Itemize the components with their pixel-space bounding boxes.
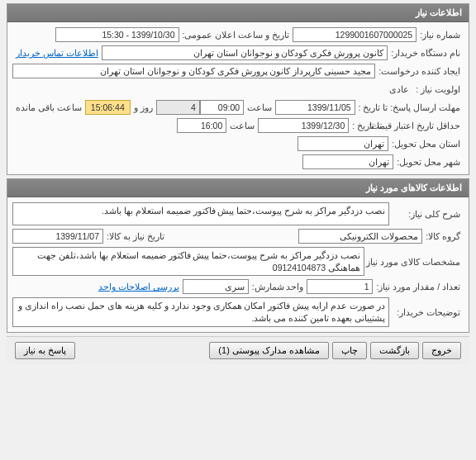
- row-buyer-name: نام دستگاه خریدار: کانون پرورش فکری کودک…: [12, 44, 464, 62]
- field-general-desc[interactable]: نصب دزدگیر مراکز به شرح پیوست،حتما پیش ف…: [12, 202, 389, 225]
- label-quantity: تعداد / مقدار مورد نیاز:: [373, 282, 464, 292]
- field-buyer-name[interactable]: کانون پرورش فکری کودکان و نوجوانان استان…: [102, 45, 388, 60]
- field-city[interactable]: تهران: [302, 154, 393, 169]
- goods-info-panel: اطلاعات کالاهای مورد نیاز شرح کلی نیاز: …: [7, 178, 469, 333]
- label-days-and: روز و: [131, 102, 156, 112]
- field-need-number[interactable]: 1299001607000025: [293, 27, 416, 42]
- label-specs: مشخصات کالای مورد نیاز :: [364, 257, 464, 267]
- label-buyer-name: نام دستگاه خریدار:: [388, 48, 464, 58]
- button-bar: خروج بازگشت چاپ مشاهده مدارک پیوستی (1) …: [7, 336, 469, 364]
- label-deadline: مهلت ارسال پاسخ: تا تاریخ :: [355, 102, 464, 112]
- field-need-date[interactable]: 1399/11/07: [12, 229, 103, 244]
- label-general-desc: شرح کلی نیاز:: [389, 209, 464, 219]
- field-validity-time[interactable]: 16:00: [177, 118, 226, 133]
- field-province[interactable]: تهران: [298, 136, 388, 151]
- field-quantity[interactable]: 1: [307, 279, 373, 294]
- spacer: [79, 342, 206, 359]
- panel1-body: شماره نیاز: 1299001607000025 تاریخ و ساع…: [7, 22, 469, 174]
- row-deadline: مهلت ارسال پاسخ: تا تاریخ : 1399/11/05 س…: [12, 98, 464, 116]
- reply-button[interactable]: پاسخ به نیاز: [15, 342, 75, 359]
- panel2-body: شرح کلی نیاز: نصب دزدگیر مراکز به شرح پی…: [7, 197, 469, 332]
- back-button[interactable]: بازگشت: [370, 342, 419, 359]
- field-buyer-notes[interactable]: در صورت عدم ارایه پیش فاکتور امکان همکار…: [12, 297, 389, 326]
- label-buyer-notes: توضیحات خریدار:: [389, 307, 464, 317]
- exit-button[interactable]: خروج: [422, 342, 461, 359]
- row-city: شهر محل تحویل: تهران: [12, 153, 464, 171]
- label-group: گروه کالا:: [422, 231, 464, 241]
- label-announce-date: تاریخ و ساعت اعلان عمومی:: [179, 30, 293, 40]
- row-specs: مشخصات کالای مورد نیاز : نصب دزدگیر مراک…: [12, 245, 464, 277]
- need-info-panel: اطلاعات نیاز شماره نیاز: 129900160700002…: [7, 3, 469, 175]
- row-priority: اولویت نیاز : عادی: [12, 80, 464, 98]
- panel2-header: اطلاعات کالاهای مورد نیاز: [7, 179, 469, 197]
- panel1-header: اطلاعات نیاز: [7, 4, 469, 22]
- row-quantity: تعداد / مقدار مورد نیاز: 1 واحد شمارش: س…: [12, 277, 464, 296]
- value-priority: عادی: [386, 84, 412, 94]
- label-city: شهر محل تحویل:: [393, 157, 464, 167]
- row-general-desc: شرح کلی نیاز: نصب دزدگیر مراکز به شرح پی…: [12, 201, 464, 227]
- label-need-date: تاریخ نیاز به کالا:: [103, 231, 168, 241]
- label-validity-time: ساعت: [226, 121, 258, 130]
- print-button[interactable]: چاپ: [332, 342, 367, 359]
- label-unit: واحد شمارش:: [249, 282, 307, 292]
- field-unit[interactable]: سری: [183, 279, 249, 294]
- link-unit-review[interactable]: بررسی اصلاحات واحد: [95, 282, 183, 292]
- row-need-number: شماره نیاز: 1299001607000025 تاریخ و ساع…: [12, 26, 464, 44]
- field-deadline-date[interactable]: 1399/11/05: [275, 100, 355, 115]
- attachments-button[interactable]: مشاهده مدارک پیوستی (1): [209, 342, 329, 359]
- field-deadline-time[interactable]: 09:00: [200, 100, 244, 115]
- label-until-date: تا تاریخ :: [349, 121, 385, 130]
- countdown-timer: 15:06:44: [85, 100, 131, 115]
- row-min-validity: حداقل تاریخ اعتبار قیمت: تا تاریخ : 1399…: [12, 116, 464, 135]
- row-province: استان محل تحویل: تهران: [12, 135, 464, 153]
- field-creator[interactable]: مجید حسینی کارپرداز کانون پرورش فکری کود…: [12, 64, 375, 78]
- label-deadline-time: ساعت: [244, 102, 275, 112]
- label-province: استان محل تحویل:: [388, 139, 464, 149]
- label-priority: اولویت نیاز :: [412, 84, 464, 94]
- field-group[interactable]: محصولات الکترونیکی: [298, 229, 422, 244]
- field-validity-date[interactable]: 1399/12/30: [258, 118, 349, 133]
- row-creator: ایجاد کننده درخواست: مجید حسینی کارپرداز…: [12, 62, 464, 80]
- field-announce-date[interactable]: 1399/10/30 - 15:30: [55, 27, 179, 42]
- link-buyer-contact[interactable]: اطلاعات تماس خریدار: [12, 48, 102, 58]
- label-creator: ایجاد کننده درخواست:: [375, 66, 464, 76]
- field-specs[interactable]: نصب دزدگیر مراکز به شرح پیوست،حتما پیش ف…: [12, 247, 364, 276]
- field-days-left: 4: [156, 100, 200, 115]
- label-need-number: شماره نیاز:: [416, 30, 464, 40]
- row-group: گروه کالا: محصولات الکترونیکی تاریخ نیاز…: [12, 227, 464, 245]
- label-min-validity: حداقل تاریخ اعتبار قیمت:: [385, 121, 464, 130]
- row-buyer-notes: توضیحات خریدار: در صورت عدم ارایه پیش فا…: [12, 296, 464, 328]
- label-time-left: ساعت باقی مانده: [12, 102, 85, 112]
